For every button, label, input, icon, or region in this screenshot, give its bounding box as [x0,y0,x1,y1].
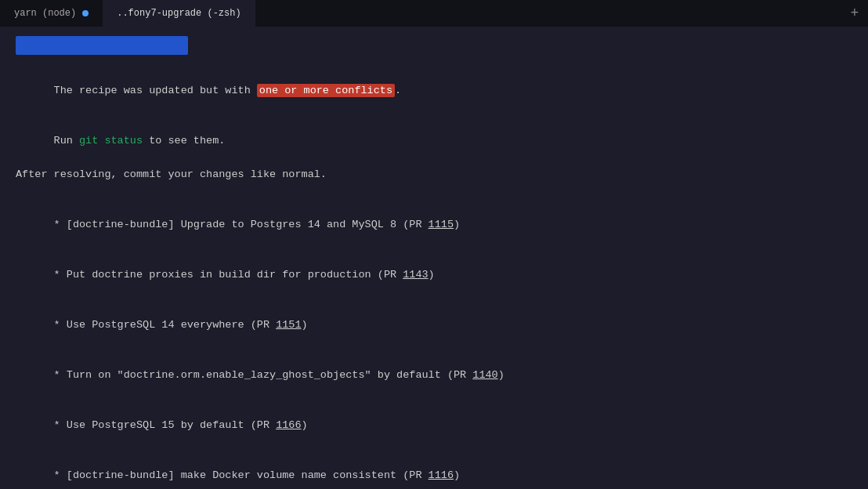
line1-prefix: The recipe was updated but with [54,85,257,96]
blue-bar [16,36,188,55]
list-item-4: * Use PostgreSQL 15 by default (PR 1166) [16,400,852,451]
pr-1140: 1140 [472,369,497,381]
spacer [16,183,852,199]
list-item-3: * Turn on "doctrine.orm.enable_lazy_ghos… [16,350,852,400]
pr-1143: 1143 [403,269,428,281]
pr-1166: 1166 [276,419,301,431]
pr-1115: 1115 [429,219,454,230]
terminal-body: The recipe was updated but with one or m… [0,27,868,489]
line2-prefix: Run [54,135,79,147]
tab-yarn-label: yarn (node) [14,8,76,19]
output-line-2: Run git status to see them. [16,116,852,166]
tab-bar: yarn (node) ..fony7-upgrade (-zsh) + [0,0,868,27]
tab-zsh-label: ..fony7-upgrade (-zsh) [117,8,241,19]
output-line-3: After resolving, commit your changes lik… [16,166,852,183]
conflicts-highlight: one or more conflicts [257,84,395,97]
pr-1151: 1151 [276,319,301,331]
list-item-1: * Put doctrine proxies in build dir for … [16,250,852,300]
tab-zsh[interactable]: ..fony7-upgrade (-zsh) [103,0,255,27]
line1-suffix: . [395,85,401,96]
terminal-window: yarn (node) ..fony7-upgrade (-zsh) + The… [0,0,868,489]
tab-yarn-dot [82,10,89,16]
output-line-1: The recipe was updated but with one or m… [16,66,852,116]
list-item-0: * [doctrine-bundle] Upgrade to Postgres … [16,200,852,250]
line2-suffix: to see them. [143,135,225,147]
add-tab-button[interactable]: + [841,0,868,27]
list-item-5: * [doctrine-bundle] make Docker volume n… [16,451,852,489]
list-item-2: * Use PostgreSQL 14 everywhere (PR 1151) [16,300,852,350]
pr-1116: 1116 [429,469,454,481]
tab-yarn[interactable]: yarn (node) [0,0,103,27]
git-status-text: git status [79,135,143,147]
